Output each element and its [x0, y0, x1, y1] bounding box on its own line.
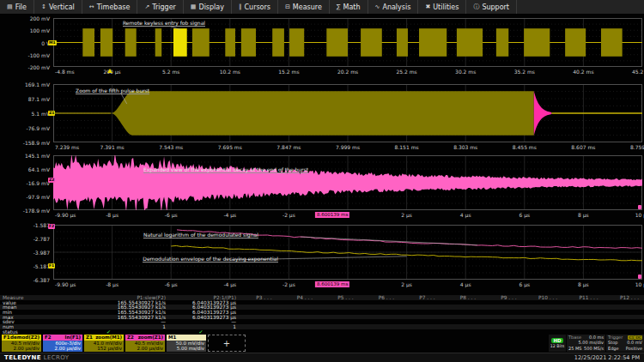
y-tick-f2: -6.387 [0, 277, 50, 283]
right-edge-marker [638, 275, 641, 279]
menu-item-trigger[interactable]: ↗Trigger [137, 0, 183, 14]
trace-descriptor-m1[interactable]: M150.0 mV/div5.00 ms/div [167, 335, 206, 352]
menu-item-label: Support [482, 3, 509, 11]
horizontal-reference-badge: 8.600139 ms [315, 212, 349, 218]
x-tick-f2: 6 µs [519, 281, 530, 287]
brand-logo: TELEDYNE LECROY [4, 354, 70, 361]
x-tick-z1: 7.695 ms [218, 144, 242, 150]
y-tick-z2: 145.1 mV [0, 153, 50, 159]
y-tick-z1: 87.1 mV [0, 96, 50, 102]
x-tick-z1: 7.999 ms [336, 144, 360, 150]
timebase-scale: 5.00 ms/div [579, 341, 604, 346]
trace-descriptor-f2[interactable]: F2ln(F1)600e-3/div2.00 µs/div [43, 335, 82, 352]
menu-item-label: Analysis [382, 3, 410, 11]
x-tick-f2: 2 µs [401, 281, 412, 287]
horizontal-reference-badge: 8.600139 ms [315, 281, 349, 287]
oscilloscope-screen: ▤File↕Vertical↔Timebase↗Trigger▦Display∥… [0, 0, 644, 362]
horizontal-scale: 2.00 µs/div [127, 346, 163, 351]
trace-descriptor-f1[interactable]: F1demod(Z2)40.5 mV/div2.00 µs/div [2, 335, 41, 352]
measure-column-header[interactable]: P12 . . . [604, 295, 644, 300]
measure-column-header[interactable]: P9 . . . [481, 295, 522, 300]
x-tick-z1: 8.151 ms [395, 144, 419, 150]
x-tick-z1: 8.759 ms [630, 144, 644, 150]
horizontal-scale: 5.00 ms/div [168, 346, 204, 351]
menu-item-timebase[interactable]: ↔Timebase [82, 0, 138, 14]
menu-item-display[interactable]: ▦Display [184, 0, 232, 14]
x-tick-z1: 8.303 ms [453, 144, 477, 150]
y-tick-z2: 64.1 mV [0, 166, 50, 172]
trigger-position-marker[interactable] [107, 69, 112, 73]
x-tick-z2: 6 µs [519, 212, 530, 218]
measure-column-header[interactable]: P4 . . . [277, 295, 319, 300]
menu-item-label: Display [198, 3, 224, 11]
file-icon: ▤ [7, 3, 13, 10]
measure-cell: ✔ [166, 329, 236, 335]
timebase-descriptor[interactable]: Tbase 0.0 ms 5.00 ms/div 25 MS 500 MS/s [567, 335, 605, 352]
menu-item-measure[interactable]: ⊟Measure [278, 0, 330, 14]
menu-item-support[interactable]: ⓘSupport [466, 0, 517, 14]
x-tick-f2: -9.90 µs [55, 281, 76, 287]
trace-offset-tag-z2[interactable]: Z2 [48, 178, 55, 183]
x-tick-f2: -4 µs [223, 281, 236, 287]
trace-offset-tag-z1[interactable]: Z1 [48, 111, 55, 116]
measure-column-header[interactable]: P3 . . . [236, 295, 277, 300]
y-tick-f2: -1.587 [0, 222, 50, 228]
x-tick-z2: -4 µs [223, 212, 236, 218]
trace-descriptor-z1[interactable]: Z1zoom(M1)41.0 mV/div152 µs/div [84, 335, 124, 352]
x-tick-m1: 10.2 ms [220, 69, 240, 75]
add-trace-button[interactable]: + [208, 335, 246, 352]
menu-item-cursors[interactable]: ∥Cursors [232, 0, 278, 14]
x-tick-z2: -8 µs [106, 212, 118, 218]
trace-descriptor-z2[interactable]: Z2zoom(Z1)40.5 mV/div2.00 µs/div [125, 335, 165, 352]
trigger-descriptor[interactable]: Trigger C1DC Stop 0.0 mV Edge Positive [606, 335, 644, 352]
x-tick-m1: 5.2 ms [162, 69, 179, 75]
x-tick-z2: -6 µs [165, 212, 178, 218]
display-icon: ▦ [191, 3, 197, 10]
x-tick-f2: 8 µs [578, 281, 589, 287]
trigger-mode: Stop [608, 341, 617, 346]
descriptor-body: 600e-3/div2.00 µs/div [43, 341, 82, 352]
trigger-type: Edge [608, 347, 619, 352]
measure-column-header[interactable]: P5 . . . [318, 295, 359, 300]
trace-offset-tag-f1[interactable]: F1 [48, 263, 55, 268]
horizontal-scale: 2.00 µs/div [45, 346, 81, 351]
y-tick-f2: -5.187 [0, 263, 50, 269]
hd-badge: HD [551, 338, 562, 344]
y-tick-m1: -200 mV [0, 64, 50, 70]
measure-column-header[interactable]: P8 . . . [440, 295, 482, 300]
y-tick-f2: -2.787 [0, 236, 50, 242]
utilities-icon: ✖ [425, 3, 430, 10]
trace-offset-tag-f2[interactable]: F2 [48, 224, 55, 229]
timebase-icon: ↔ [89, 3, 94, 10]
x-tick-z2: -2 µs [283, 212, 295, 218]
x-tick-f2: -8 µs [106, 281, 118, 287]
measure-icon: ⊟ [285, 3, 290, 10]
x-tick-z2: 10 µs [635, 212, 644, 218]
menu-item-vertical[interactable]: ↕Vertical [34, 0, 82, 14]
x-tick-z1: 8.607 ms [571, 144, 595, 150]
sample-rate: 500 MS/s [584, 347, 604, 352]
measure-column-header[interactable]: P6 . . . [359, 295, 400, 300]
measure-cell: ✔ [52, 329, 166, 335]
x-tick-m1: 35.2 ms [514, 69, 535, 75]
x-tick-z1: 7.847 ms [276, 144, 301, 150]
trace-function: demod(Z2) [10, 335, 39, 341]
right-edge-marker [638, 205, 641, 209]
menu-item-utilities[interactable]: ✖Utilities [418, 0, 466, 14]
measure-column-header[interactable]: P10 . . . [522, 295, 563, 300]
grid-z2[interactable] [53, 155, 642, 210]
measure-column-header[interactable]: P11 . . . [562, 295, 604, 300]
x-tick-z2: 8 µs [578, 212, 589, 218]
annotation: Expanded view of the exponential decay a… [143, 166, 308, 173]
grid-f2[interactable] [53, 225, 642, 280]
x-tick-z2: -9.90 µs [55, 212, 76, 218]
x-tick-z1: 7.239 ms [55, 144, 79, 150]
menu-item-file[interactable]: ▤File [0, 0, 34, 14]
status-bar: TELEDYNE LECROY 12/25/2021 2:22:54 PM [0, 353, 644, 362]
trigger-icon: ↗ [144, 3, 149, 10]
menu-item-analysis[interactable]: ∿Analysis [368, 0, 419, 14]
menu-item-math[interactable]: ∑Math [330, 0, 368, 14]
measure-column-header[interactable]: P7 . . . [399, 295, 440, 300]
trace-offset-tag-m1[interactable]: M1 [48, 40, 57, 45]
menu-item-label: Math [343, 3, 361, 11]
